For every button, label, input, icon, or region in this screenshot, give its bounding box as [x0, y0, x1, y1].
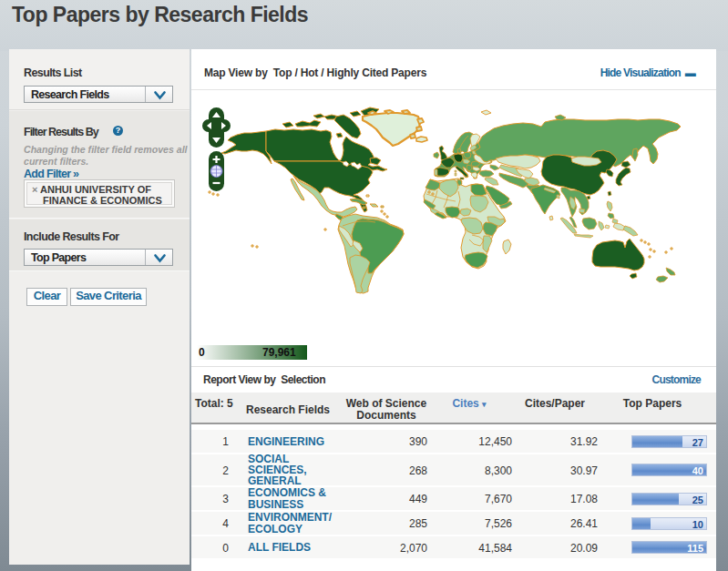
svg-text:79,961: 79,961	[262, 346, 296, 359]
svg-text:0: 0	[199, 346, 205, 359]
